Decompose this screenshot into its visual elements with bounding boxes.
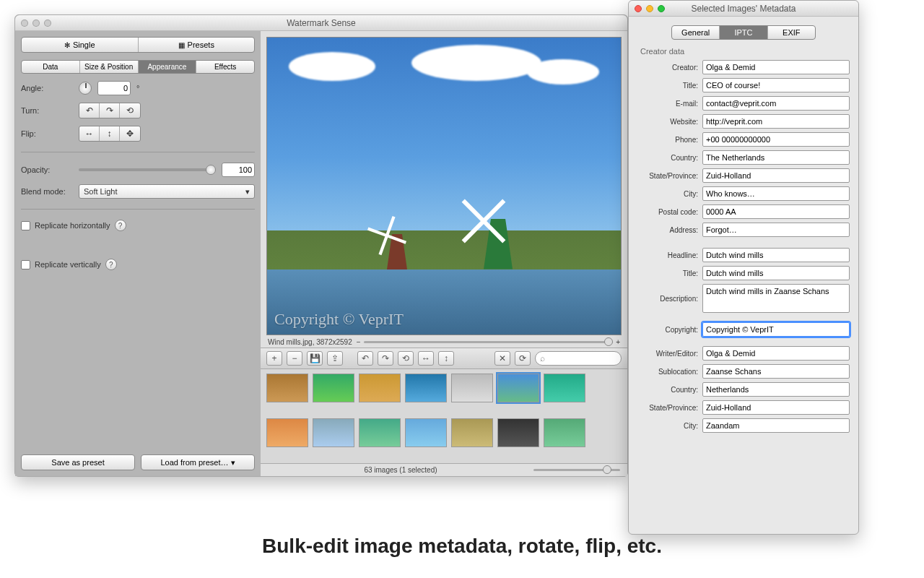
thumbnail-selected[interactable] — [497, 374, 539, 402]
zoom-slider[interactable] — [364, 341, 614, 343]
creator-title-field[interactable] — [702, 78, 850, 92]
tab-presets[interactable]: Presets — [139, 38, 255, 52]
zoom-out-icon[interactable]: − — [357, 338, 361, 346]
tab-general[interactable]: General — [672, 26, 720, 39]
creator-label: Creator: — [637, 64, 698, 72]
website-field[interactable] — [702, 114, 850, 129]
phone-label: Phone: — [637, 136, 698, 144]
country2-field[interactable] — [702, 382, 850, 397]
tab-exif[interactable]: EXIF — [768, 26, 815, 39]
traffic-lights — [21, 20, 51, 27]
page-caption: Bulk-edit image metadata, rotate, flip, … — [0, 535, 924, 558]
tab-effects[interactable]: Effects — [196, 61, 254, 73]
traffic-lights — [635, 5, 665, 12]
email-field[interactable] — [702, 96, 850, 111]
help-icon[interactable]: ? — [105, 259, 117, 270]
turn-buttons: ↶ ↷ ⟲ — [79, 103, 141, 118]
tab-appearance[interactable]: Appearance — [139, 61, 197, 73]
close-icon[interactable] — [21, 20, 28, 27]
main-title: Watermark Sense — [21, 18, 622, 28]
rotate-right-icon[interactable]: ↷ — [378, 351, 393, 366]
save-preset-button[interactable]: Save as preset — [21, 454, 135, 470]
export-button[interactable]: ⇪ — [327, 351, 343, 366]
postal-field[interactable] — [702, 204, 850, 219]
add-image-button[interactable]: + — [266, 351, 282, 366]
rotate-left-icon[interactable]: ↶ — [79, 103, 100, 118]
rotate-right-icon[interactable]: ↷ — [100, 103, 120, 118]
thumbnail[interactable] — [544, 374, 585, 402]
tab-data[interactable]: Data — [22, 61, 80, 73]
flip-vertical-icon[interactable]: ↕ — [100, 126, 120, 141]
city-field[interactable] — [702, 186, 850, 201]
title-field[interactable] — [702, 266, 850, 280]
thumbnail[interactable] — [405, 418, 447, 447]
thumbnail[interactable] — [313, 374, 354, 402]
replicate-v-checkbox[interactable] — [21, 260, 30, 269]
thumbnail[interactable] — [266, 374, 308, 402]
group-creator-data: Creator data — [640, 47, 850, 56]
tab-iptc[interactable]: IPTC — [720, 26, 767, 39]
creator-field[interactable] — [702, 60, 850, 74]
minimize-icon[interactable] — [646, 5, 653, 12]
flip-h-icon[interactable]: ↔ — [418, 351, 434, 366]
phone-field[interactable] — [702, 132, 850, 147]
zoom-icon[interactable] — [44, 20, 51, 27]
description-field[interactable] — [702, 284, 850, 313]
refresh-button[interactable]: ⟳ — [515, 351, 531, 366]
thumbnail[interactable] — [266, 418, 308, 447]
copyright-field[interactable] — [702, 322, 850, 337]
chevron-down-icon: ▾ — [245, 187, 250, 197]
help-icon[interactable]: ? — [115, 220, 126, 231]
zoom-in-icon[interactable]: + — [616, 338, 620, 346]
thumbnail[interactable] — [451, 374, 493, 402]
angle-input[interactable] — [97, 81, 131, 95]
country-field[interactable] — [702, 150, 850, 165]
city2-field[interactable] — [702, 418, 850, 433]
search-input[interactable] — [535, 351, 622, 366]
flip-both-icon[interactable]: ✥ — [120, 126, 140, 141]
preview-image: Copyright © VeprIT — [266, 37, 622, 335]
minimize-icon[interactable] — [32, 20, 40, 27]
tab-size-position[interactable]: Size & Position — [80, 61, 139, 73]
tab-single[interactable]: Single — [22, 38, 139, 52]
thumbnail[interactable] — [359, 418, 401, 447]
rotate-reset-icon[interactable]: ⟲ — [120, 103, 140, 118]
load-preset-button[interactable]: Load from preset… ▾ — [141, 454, 255, 470]
description-label: Description: — [637, 295, 698, 303]
state-label: State/Province: — [637, 172, 698, 180]
replicate-h-checkbox[interactable] — [21, 221, 30, 230]
writer-field[interactable] — [702, 346, 850, 361]
metadata-window: Selected Images' Metadata General IPTC E… — [628, 0, 859, 535]
flip-v-icon[interactable]: ↕ — [438, 351, 454, 366]
sublocation-field[interactable] — [702, 364, 850, 379]
rotate-reset-icon[interactable]: ⟲ — [398, 351, 414, 366]
creator-title-label: Title: — [637, 82, 698, 90]
close-icon[interactable] — [635, 5, 642, 12]
opacity-slider[interactable] — [79, 168, 216, 171]
rotate-left-icon[interactable]: ↶ — [357, 351, 373, 366]
angle-knob[interactable] — [79, 82, 92, 95]
thumb-size-slider[interactable] — [533, 469, 620, 471]
opacity-input[interactable] — [222, 163, 255, 177]
address-field[interactable] — [702, 223, 850, 237]
state2-field[interactable] — [702, 400, 850, 415]
sub-tabs: Data Size & Position Appearance Effects — [21, 60, 255, 74]
thumbnail[interactable] — [359, 374, 401, 402]
blend-select[interactable]: Soft Light▾ — [79, 184, 255, 199]
thumbnail[interactable] — [313, 418, 354, 447]
thumbnail[interactable] — [497, 418, 539, 447]
save-button[interactable]: 💾 — [307, 351, 323, 366]
delete-button[interactable]: ✕ — [494, 351, 510, 366]
zoom-icon[interactable] — [658, 5, 665, 12]
thumbnail[interactable] — [405, 374, 447, 402]
title-label: Title: — [637, 269, 698, 277]
thumbnail[interactable] — [544, 418, 585, 447]
remove-image-button[interactable]: − — [287, 351, 302, 366]
website-label: Website: — [637, 118, 698, 126]
opacity-label: Opacity: — [21, 165, 73, 174]
flip-horizontal-icon[interactable]: ↔ — [79, 126, 100, 141]
blend-label: Blend mode: — [21, 187, 73, 196]
state-field[interactable] — [702, 168, 850, 183]
headline-field[interactable] — [702, 248, 850, 262]
thumbnail[interactable] — [451, 418, 493, 447]
